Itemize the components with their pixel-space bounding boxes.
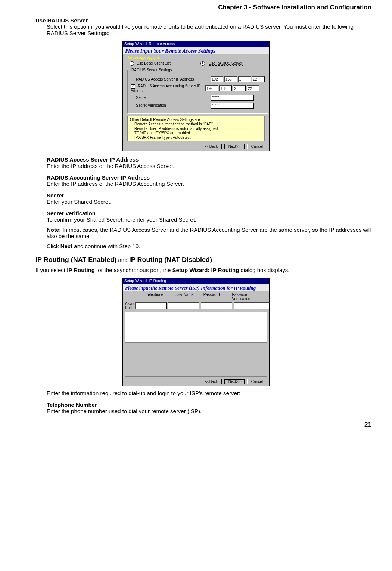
click-next-text: Click Next and continue with Step 10. [47,243,371,249]
head-and: and [116,257,129,263]
screenshot-remote-access: Setup Wizard: Remote Access Please Input… [122,41,270,151]
field-username[interactable] [168,302,199,309]
note-label: Note: [47,227,61,233]
term-telephone: Telephone Number [47,402,371,408]
acct-ip-oct4[interactable] [247,85,259,91]
intro-post: dialog box displays. [239,267,289,273]
note-body: In most cases, the RADIUS Access Server … [47,227,371,239]
access-ip-oct4[interactable] [252,76,265,82]
dlg2-cancel-button[interactable]: Cancel [247,379,267,384]
radius-settings-legend: RADIUS Server Settings [131,68,173,72]
radio-local-client-label: Use Local Client List [137,61,171,65]
dlg1-applyto: The settings apply to : [126,56,266,60]
section-ip-routing-head: IP Routing (NAT Enabled) and IP Routing … [35,256,371,264]
intro-b2: Setup Wizard: IP Routing [172,267,239,273]
desc-use-radius: Select this option if you would like you… [47,24,371,36]
dlg2-grey-area [125,343,267,377]
intro-mid: for the asynchronous port, the [95,267,172,273]
chapter-header: Chapter 3 - Software Installation and Co… [21,4,371,11]
desc-access-ip: Enter the IP address of the RADIUS Acces… [47,163,371,169]
click-next-pre: Click [47,243,60,249]
click-next-bold: Next [60,243,73,249]
page-number: 21 [21,421,371,428]
term-secret-verify: Secret Verification [47,210,371,216]
dlg2-next-button[interactable]: Next>> [224,379,245,384]
field-pwverify[interactable] [234,302,270,309]
footer-rule [21,418,371,418]
col-password: Password [203,293,232,301]
col-username: User Name [175,293,203,301]
access-ip-oct2[interactable] [224,76,237,82]
acct-ip-oct2[interactable] [219,85,232,91]
info-line2: Remote Access authentication method is "… [130,122,262,127]
radio-local-client[interactable] [130,61,134,66]
info-line5: IPX/SPX Frame Type : Autodetect [130,135,262,140]
term-access-ip: RADIUS Access Server IP Address [47,156,371,163]
dlg1-back-button[interactable]: <<Back [201,144,222,149]
head-nat-enabled: IP Routing (NAT Enabled) [35,256,116,263]
intro-b1: IP Routing [67,267,95,273]
screenshot-ip-routing: Setup Wizard: IP Routing Please input th… [122,278,270,386]
desc-secret-verify: To confirm your Shared Secret, re-enter … [47,216,371,223]
access-ip-oct1[interactable] [211,76,223,82]
row-async-port: Async Port [125,302,135,310]
desc-telephone: Enter the phone number used to dial your… [47,408,371,414]
field-password[interactable] [201,302,232,309]
head-nat-disabled: IP Routing (NAT Disabled) [129,256,212,263]
desc-accounting-ip: Enter the IP address of the RADIUS Accou… [47,181,371,187]
dlg1-info-box: Other Default Remote Access Settings are… [127,116,265,141]
label-secret-verify: Secret Verification [131,103,211,107]
dlg1-instruction: Please Input Your Remote Access Settings [125,48,267,54]
note-text: Note: In most cases, the RADIUS Access S… [47,227,371,239]
ip-routing-intro: If you select IP Routing for the asynchr… [35,267,371,273]
col-telephone: Telephone [146,293,175,301]
label-access-ip: RADIUS Access Server IP Address [131,77,211,81]
acct-ip-oct3[interactable] [233,85,246,91]
click-next-post: and continue with Step 10. [72,243,140,249]
radius-settings-group: RADIUS Server Settings RADIUS Access Ser… [127,68,268,113]
field-telephone[interactable] [135,302,167,309]
term-accounting-ip: RADIUS Accounting Server IP Address [47,174,371,181]
checkbox-accounting[interactable]: ✓ [131,84,135,89]
desc-secret: Enter your Shared Secret. [47,199,371,205]
col-pwverify: Password Verification [232,293,267,301]
dlg2-instruction: Please input the Remote Server (ISP) Inf… [125,285,267,291]
access-ip-oct3[interactable] [238,76,251,82]
term-secret: Secret [47,192,371,199]
term-use-radius: Use RADIUS Server [35,17,371,24]
info-line3: Remote User IP address is automatically … [130,127,262,131]
header-rule [21,13,371,13]
radio-use-radius[interactable] [200,61,205,66]
dlg1-next-button[interactable]: Next>> [224,144,245,149]
dlg2-titlebar: Setup Wizard: IP Routing [123,278,269,284]
field-secret[interactable] [211,95,254,101]
dlg2-grid-area [125,312,267,343]
dlg1-cancel-button[interactable]: Cancel [247,144,267,149]
intro-pre: If you select [35,267,67,273]
info-line1: Other Default Remote Access Settings are [130,118,262,122]
radio-use-radius-label: Use RADIUS Server [208,61,244,66]
field-secret-verify[interactable] [211,103,254,109]
dlg2-back-button[interactable]: <<Back [201,379,222,384]
post-screenshot2-text: Enter the information required to dial-u… [47,390,371,396]
label-accounting-ip: RADIUS Access Accounting Server IP Addre… [131,84,200,93]
info-line4: TCP/IP and IPX/SPX are enabled [130,131,262,135]
acct-ip-oct1[interactable] [205,85,218,91]
label-secret: Secret [131,96,211,100]
dlg1-titlebar: Setup Wizard: Remote Access [123,41,269,47]
